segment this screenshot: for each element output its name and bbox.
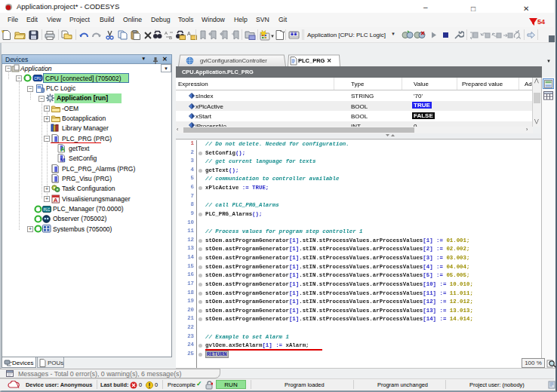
svg-text:A: A [165, 31, 168, 35]
svg-text:A: A [60, 145, 65, 153]
svg-text:A: A [54, 197, 58, 204]
svg-text:A: A [187, 31, 191, 36]
svg-text:CPU: CPU [34, 77, 42, 81]
svg-text:B: B [169, 35, 172, 40]
svg-text:PLC: PLC [44, 207, 51, 211]
svg-text:M: M [60, 157, 66, 164]
